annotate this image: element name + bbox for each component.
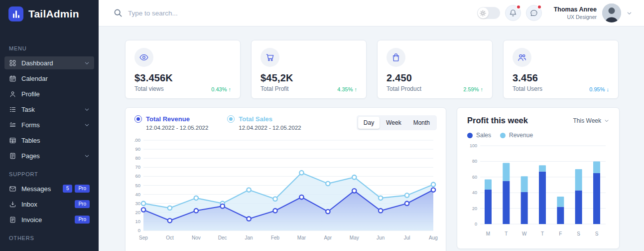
x-tick-label: T <box>541 231 544 237</box>
app-logo[interactable]: TailAdmin <box>0 6 99 21</box>
charts-row: Total Revenue 12.04.2022 - 12.05.2022 To… <box>125 107 619 251</box>
revenue-legend-label: Total Revenue <box>146 115 190 123</box>
sidebar-item-task[interactable]: Task <box>4 103 94 116</box>
y-tick-label: 0 <box>475 222 477 227</box>
app-logo-icon <box>8 6 23 21</box>
sales-radio-icon <box>227 115 235 123</box>
nav-section-label-menu: MENU <box>4 45 94 51</box>
stat-delta: 0.95% ↓ <box>589 86 609 92</box>
week-select[interactable]: This Week <box>573 117 609 124</box>
dark-mode-toggle[interactable] <box>477 7 500 19</box>
bar-revenue-segment <box>521 176 528 192</box>
x-tick-label: T <box>505 231 508 237</box>
search-input[interactable] <box>128 9 267 17</box>
bar-revenue-segment <box>575 169 582 190</box>
count-badge: 5 <box>63 185 73 193</box>
data-point <box>168 219 172 223</box>
revenue-area-chart: 0102030405060708090100SepOctNovDecJanFeb… <box>134 134 438 248</box>
range-button-week[interactable]: Week <box>381 117 406 129</box>
messages-button[interactable] <box>526 5 542 21</box>
x-tick-label: Feb <box>271 235 280 241</box>
revenue-period: 12.04.2022 - 12.05.2022 <box>134 125 208 131</box>
dashboard-content: $3.456KTotal views0.43% ↑$45,2KTotal Pro… <box>99 26 644 251</box>
range-button-month[interactable]: Month <box>408 117 435 129</box>
data-point <box>326 210 330 214</box>
y-tick-label: 80 <box>472 159 477 164</box>
stat-label: Total Profit <box>260 85 289 92</box>
profit-chart-legend: SalesRevenue <box>467 132 609 139</box>
bar-revenue-segment <box>485 180 492 190</box>
bar-revenue-segment <box>539 165 546 172</box>
user-name: Thomas Anree <box>554 6 597 13</box>
stat-card-total-product: 2.450Total Product2.59% ↑ <box>377 40 493 99</box>
y-tick-label: 60 <box>472 175 477 180</box>
data-point <box>379 196 383 200</box>
bar-revenue-segment <box>503 163 510 181</box>
avatar <box>602 3 621 22</box>
app-title: TailAdmin <box>28 8 79 20</box>
data-point <box>352 189 356 193</box>
stat-label: Total Product <box>386 85 421 92</box>
x-tick-label: S <box>595 231 599 237</box>
sidebar-item-pages[interactable]: Pages <box>4 149 94 162</box>
y-tick-label: 20 <box>135 210 140 215</box>
bar-sales-segment <box>521 192 528 224</box>
user-menu[interactable]: Thomas Anree UX Designer <box>554 3 632 22</box>
range-button-day[interactable]: Day <box>358 117 380 129</box>
sun-icon <box>478 7 489 18</box>
data-point <box>405 193 409 197</box>
users-icon <box>513 48 531 67</box>
stat-label: Total Users <box>513 85 542 92</box>
sidebar-item-inbox[interactable]: InboxPro <box>4 198 94 211</box>
invoice-icon <box>9 216 16 224</box>
sidebar-item-label: Inbox <box>21 201 37 208</box>
sidebar-item-dashboard[interactable]: Dashboard <box>4 56 94 69</box>
sidebar-item-profile[interactable]: Profile <box>4 87 94 100</box>
sidebar-nav: MENUDashboardCalendarProfileTaskFormsTab… <box>0 45 99 241</box>
pro-badge: Pro <box>75 216 90 224</box>
data-point <box>431 188 435 192</box>
y-tick-label: 70 <box>135 164 140 170</box>
y-tick-label: 90 <box>135 146 140 152</box>
inbox-icon <box>9 201 16 208</box>
sidebar-item-calendar[interactable]: Calendar <box>4 72 94 85</box>
x-tick-label: W <box>522 231 527 237</box>
y-tick-label: 80 <box>135 155 140 161</box>
form-icon <box>9 121 16 129</box>
bag-icon <box>386 48 405 67</box>
sidebar-item-invoice[interactable]: InvoicePro <box>4 213 94 226</box>
bar-sales-segment <box>575 190 582 224</box>
sidebar-item-messages[interactable]: Messages5Pro <box>4 182 94 195</box>
stats-row: $3.456KTotal views0.43% ↑$45,2KTotal Pro… <box>125 40 619 99</box>
x-tick-label: Jul <box>404 235 410 241</box>
sidebar-item-label: Dashboard <box>21 59 53 67</box>
x-tick-label: Dec <box>218 235 227 241</box>
sales-legend-label: Total Sales <box>239 115 272 123</box>
stat-delta: 2.59% ↑ <box>463 86 483 92</box>
sidebar-item-label: Forms <box>21 121 40 129</box>
stat-card-total-views: $3.456KTotal views0.43% ↑ <box>125 40 241 99</box>
bell-icon <box>509 9 517 17</box>
topbar-actions: Thomas Anree UX Designer <box>477 3 632 22</box>
bar-sales-segment <box>557 207 564 224</box>
notifications-button[interactable] <box>505 5 521 21</box>
legend-item-revenue: Revenue <box>500 132 533 139</box>
topbar: Thomas Anree UX Designer <box>99 0 644 26</box>
stat-delta: 4.35% ↑ <box>337 86 357 92</box>
sidebar-item-label: Pages <box>21 152 40 160</box>
envelope-icon <box>9 185 16 193</box>
sidebar: TailAdmin MENUDashboardCalendarProfileTa… <box>0 0 99 251</box>
profit-bar-chart: 020406080100MTWTFSS <box>467 141 609 241</box>
checklist-icon <box>9 106 16 113</box>
chevron-down-icon <box>84 107 90 112</box>
data-point <box>326 182 330 186</box>
x-tick-label: S <box>577 231 580 237</box>
pro-badge: Pro <box>75 185 90 193</box>
x-tick-label: Jun <box>377 235 385 241</box>
data-point <box>273 197 277 201</box>
stat-value: $45,2K <box>260 72 357 84</box>
grid-icon <box>9 59 16 67</box>
sidebar-item-tables[interactable]: Tables <box>4 134 94 147</box>
chat-icon <box>530 9 538 17</box>
sidebar-item-forms[interactable]: Forms <box>4 118 94 131</box>
